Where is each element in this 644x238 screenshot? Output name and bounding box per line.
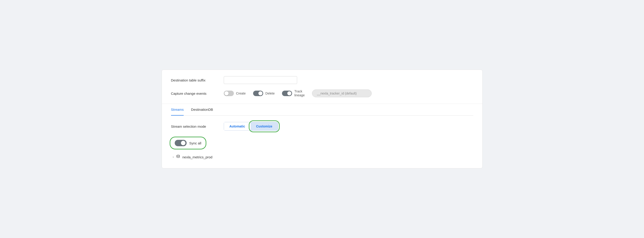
delete-toggle-item: Delete <box>253 91 275 96</box>
streams-content: Stream selection mode Automatic Customiz… <box>171 122 473 168</box>
main-card: Destination table suffix Capture change … <box>162 70 482 168</box>
sync-all-toggle[interactable] <box>175 140 186 146</box>
top-section: Destination table suffix Capture change … <box>162 70 482 104</box>
mode-buttons-container: Automatic Customize <box>224 122 278 131</box>
tab-destinationdb[interactable]: DestinationDB <box>191 104 213 116</box>
delete-label: Delete <box>266 92 275 95</box>
track-lineage-toggle-item: Tracklineage <box>282 90 305 97</box>
track-lineage-toggle[interactable] <box>282 91 292 96</box>
tabs-section: Streams DestinationDB Stream selection m… <box>162 104 482 168</box>
capture-events-label: Capture change events <box>171 92 224 96</box>
delete-toggle[interactable] <box>253 91 263 96</box>
database-name: nexla_metrics_prod <box>182 155 212 159</box>
sync-all-row: Sync all <box>171 138 205 148</box>
stream-mode-row: Stream selection mode Automatic Customiz… <box>171 122 473 131</box>
destination-suffix-label: Destination table suffix <box>171 78 224 82</box>
database-row[interactable]: › nexla_metrics_prod <box>171 153 473 161</box>
create-toggle[interactable] <box>224 91 234 96</box>
sync-all-highlight: Sync all <box>171 138 205 148</box>
track-lineage-label: Tracklineage <box>294 90 305 97</box>
customize-highlight: Customize <box>250 122 278 130</box>
svg-point-0 <box>176 155 180 156</box>
stream-mode-label: Stream selection mode <box>171 124 224 128</box>
toggle-group: Create Delete <box>224 90 372 97</box>
sync-all-label: Sync all <box>189 141 202 145</box>
destination-suffix-row: Destination table suffix <box>171 76 473 84</box>
create-toggle-item: Create <box>224 91 246 96</box>
customize-button[interactable]: Customize <box>250 122 278 130</box>
lineage-value: __nexla_tracker_id (default) <box>312 90 372 97</box>
destination-suffix-input[interactable] <box>224 76 297 84</box>
create-label: Create <box>236 92 246 95</box>
database-icon <box>176 154 180 159</box>
tabs-header: Streams DestinationDB <box>171 104 473 116</box>
chevron-right-icon[interactable]: › <box>173 155 174 159</box>
capture-events-row: Capture change events Create <box>171 90 473 97</box>
automatic-button[interactable]: Automatic <box>224 122 250 130</box>
tab-streams[interactable]: Streams <box>171 104 184 116</box>
